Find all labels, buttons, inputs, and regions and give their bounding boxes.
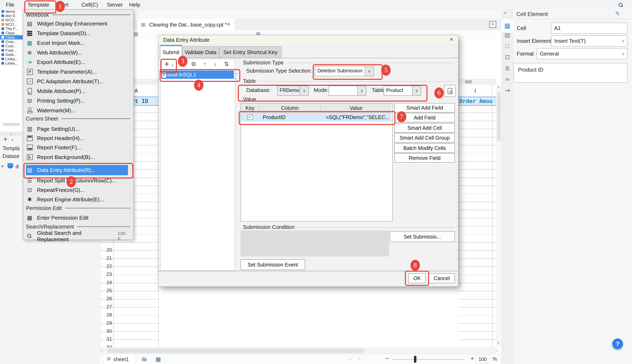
submission-condition-area[interactable] xyxy=(241,230,389,256)
move-up-icon[interactable]: ↑ xyxy=(204,61,206,67)
row-header[interactable]: 26 xyxy=(100,296,112,302)
copy-submission-icon[interactable]: ⧉ xyxy=(192,61,196,68)
add-dataset-caret-icon[interactable]: ▾ xyxy=(12,138,13,142)
dataset-tree-item[interactable]: d xyxy=(16,163,19,170)
menu-item-report-header[interactable]: Report Header(H)... xyxy=(26,134,131,143)
sheet-tab[interactable]: ⊞ sheet1 xyxy=(104,354,135,364)
file-item-selected[interactable]: Clear... xyxy=(0,35,23,40)
tab-widget-settings[interactable]: □ xyxy=(504,42,511,50)
menu-item-printing-setting[interactable]: ⊟Printing Setting(P)... xyxy=(26,96,131,105)
file-item[interactable]: doc-E xyxy=(0,14,23,18)
table-select[interactable]: Product ∨ xyxy=(384,86,421,96)
menu-item-template-dataset[interactable]: Template Dataset(D)... xyxy=(26,29,131,38)
tab-condition-attribute[interactable]: ⊡ xyxy=(504,54,511,61)
zoom-slider-thumb[interactable] xyxy=(414,356,416,363)
file-item[interactable]: NCO... xyxy=(0,22,23,26)
tab-close-icon[interactable]: × xyxy=(227,21,230,28)
zoom-input[interactable] xyxy=(476,355,490,363)
add-dashboard-icon[interactable]: ▦+ xyxy=(156,356,161,362)
remove-field-button[interactable]: Remove Field xyxy=(394,153,455,163)
add-submission-caret-icon[interactable]: ▾ xyxy=(172,64,173,67)
row-header[interactable]: 20 xyxy=(100,247,112,253)
cell-i1[interactable]: Order Amount xyxy=(459,98,492,104)
batch-modify-cells-button[interactable]: Batch Modify Cells xyxy=(394,143,455,153)
vscroll-thumb[interactable] xyxy=(497,92,500,141)
row-header[interactable]: 29 xyxy=(100,320,112,326)
file-item[interactable]: Linka... xyxy=(0,57,23,61)
tab-cell-attribute[interactable]: ▤ xyxy=(504,31,511,39)
file-item[interactable]: Linka... xyxy=(0,61,23,66)
cell-content-textarea[interactable]: Product ID xyxy=(513,63,627,83)
key-checkbox[interactable] xyxy=(248,114,253,120)
menu-file[interactable]: File xyxy=(6,2,15,8)
help-button[interactable]: ? xyxy=(612,338,623,349)
menu-item-page-setting[interactable]: ▥Page Setting(U)... xyxy=(26,124,131,134)
file-item[interactable]: The F... xyxy=(0,26,23,31)
row-header[interactable]: 23 xyxy=(100,272,112,277)
format-select[interactable]: General∨ xyxy=(536,48,627,59)
zoom-in-icon[interactable]: + xyxy=(470,355,474,362)
tab-set-entry-shortcut-key[interactable]: Set Entry Shortcut Key xyxy=(219,46,282,58)
tab-float-element[interactable]: ≣ xyxy=(504,64,511,72)
tree-expander-icon[interactable]: ▶ xyxy=(2,164,4,168)
tab-submit[interactable]: Submit xyxy=(160,45,182,58)
menu-item-template-parameter[interactable]: Template Parameter(A)... xyxy=(26,67,131,76)
set-submission-button[interactable]: Set Submissio... xyxy=(390,231,455,242)
grid-right[interactable] xyxy=(458,105,496,348)
add-sheet-icon[interactable]: ⊞+ xyxy=(142,356,146,362)
menu-item-watermark[interactable]: Watermark(M)... xyxy=(26,106,131,115)
file-item[interactable]: Getti... xyxy=(0,52,23,57)
menu-item-excel-import[interactable]: ▦Excel Import Mark... xyxy=(26,38,131,48)
file-item[interactable]: Clear... xyxy=(0,31,23,35)
value-row-productid[interactable]: ProductID =SQL("FRDemo","SELEC... xyxy=(241,113,391,122)
menu-item-pc-adaptation[interactable]: PC Adaptation Attribute(T)... xyxy=(26,77,131,86)
row-header[interactable]: 25 xyxy=(100,288,112,294)
row-header[interactable]: 31 xyxy=(100,336,112,342)
grid-tool-icon[interactable]: ⊞ xyxy=(134,31,139,38)
add-dataset-icon[interactable]: + xyxy=(3,135,8,144)
cell-input[interactable] xyxy=(551,22,627,34)
scroll-right-icon[interactable]: › xyxy=(497,348,498,353)
row-header[interactable]: 28 xyxy=(100,312,112,318)
scroll-left-icon[interactable]: ‹ xyxy=(102,348,103,353)
menu-item-report-footer[interactable]: Report Footer(F)... xyxy=(26,143,131,152)
menu-item-export-attribute[interactable]: ➔Export Attribute(E)... xyxy=(26,58,131,67)
preview-table-button[interactable] xyxy=(444,85,456,97)
menu-item-data-entry-attribute[interactable]: ▤Data Entry Attribute(R)... xyxy=(26,165,128,175)
menu-item-mobile-attribute[interactable]: Mobile Attribute(P)... xyxy=(26,86,131,96)
scroll-down-icon[interactable]: ∨ xyxy=(497,340,500,344)
tab-cell-element[interactable]: ▦ xyxy=(501,19,513,32)
vertical-scrollbar[interactable]: ∧ ∨ xyxy=(496,85,501,348)
row-header[interactable]: 27 xyxy=(100,304,112,310)
row-header[interactable]: 21 xyxy=(100,255,112,261)
menu-item-repeat-freeze[interactable]: ⊡Repeat/Freeze(G)... xyxy=(26,186,131,194)
insert-element-select[interactable]: Insert Text(T)∨ xyxy=(551,35,627,46)
file-item[interactable]: Free... xyxy=(0,48,23,52)
smart-add-cell-button[interactable]: Smart Add Cell xyxy=(394,123,455,133)
horizontal-scrollbar[interactable]: ‹ › xyxy=(100,348,496,354)
sidebar-scroll-thumb[interactable] xyxy=(3,123,20,126)
tab-data-entry[interactable]: ⇥ xyxy=(504,87,511,94)
menu-item-enter-permission-edit[interactable]: ▦Enter Permission Edit xyxy=(26,213,131,222)
splitter-right-icon[interactable]: ▸ xyxy=(235,77,237,80)
menu-help[interactable]: Help xyxy=(129,2,140,8)
menu-item-report-split[interactable]: ☰Report Split by Column/Row(C)... xyxy=(26,176,131,185)
menu-item-global-search[interactable]: Global Search and ReplacementCtrl-F xyxy=(26,232,131,241)
dialog-close-icon[interactable]: × xyxy=(449,36,453,43)
splitter-left-icon[interactable]: ◂ xyxy=(235,72,237,75)
submission-type-select[interactable]: Deletion Submission ∨ xyxy=(315,66,374,76)
menu-item-web-attribute[interactable]: ⊕Web Attribute(W)... xyxy=(26,48,131,57)
menu-item-report-engine[interactable]: ✱Report Engine Attribute(E)... xyxy=(26,195,131,204)
set-submission-event-button[interactable]: Set Submission Event xyxy=(241,259,305,270)
menu-template[interactable]: Template xyxy=(28,2,49,8)
move-down-icon[interactable]: ↓ xyxy=(214,61,217,67)
menu-server[interactable]: Server xyxy=(107,2,123,8)
column-header-i[interactable]: I xyxy=(458,85,492,97)
file-item[interactable]: NCO... xyxy=(0,18,23,22)
tab-hyperlink[interactable]: ∞ xyxy=(504,76,511,83)
add-submission-icon[interactable]: + xyxy=(164,60,169,69)
cancel-button[interactable]: Cancel xyxy=(428,273,455,283)
tab-strip-options-icon[interactable]: ▾ xyxy=(489,21,496,28)
mode-select[interactable]: ∨ xyxy=(329,86,366,96)
collapse-panel-icon[interactable]: ▸ xyxy=(504,10,506,15)
